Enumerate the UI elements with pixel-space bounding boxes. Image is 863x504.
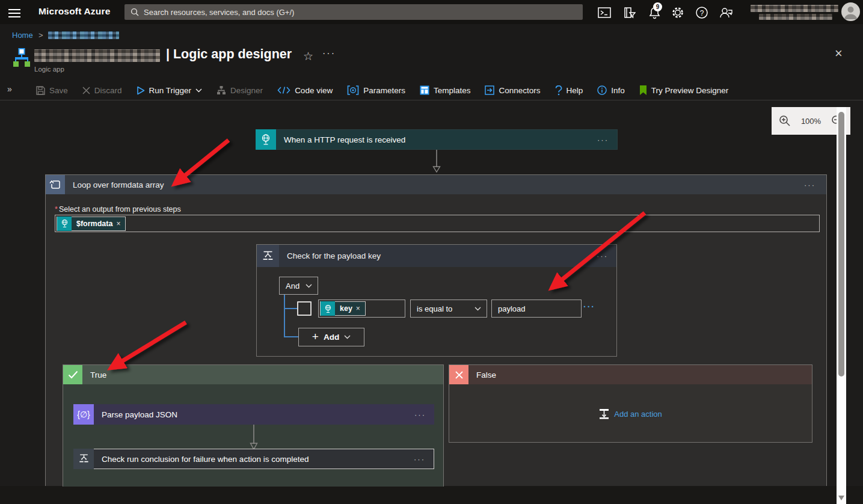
breadcrumb-home-link[interactable]: Home (12, 31, 33, 40)
condition-title: Check for the payload key (279, 251, 597, 260)
scrollbar-thumb[interactable] (838, 112, 844, 376)
preview-bookmark-icon (639, 85, 647, 95)
close-blade-icon[interactable]: × (835, 47, 843, 60)
vertical-scrollbar[interactable] (837, 107, 846, 504)
token-dismiss-icon[interactable]: × (356, 304, 365, 313)
help-button[interactable]: Help (548, 81, 591, 100)
connectors-icon (485, 85, 494, 95)
favorite-star-icon[interactable]: ☆ (303, 49, 313, 63)
condition-tree-line (284, 336, 298, 337)
foreach-menu-ellipsis[interactable]: ··· (804, 180, 826, 189)
token-http-icon (321, 301, 335, 316)
foreach-loop-icon (46, 175, 65, 194)
try-preview-designer-button[interactable]: Try Preview Designer (632, 81, 736, 100)
hamburger-menu-icon[interactable] (8, 7, 20, 17)
insert-action-icon (599, 408, 609, 419)
action-card-check-run-conclusion[interactable]: Check run conclusion for failure when ac… (73, 449, 434, 469)
question-mark-icon (555, 85, 562, 96)
page-title: | Logic app designer (166, 47, 292, 62)
condition-icon (257, 245, 279, 267)
foreach-header[interactable]: Loop over formdata array ··· (46, 175, 826, 194)
run-trigger-button[interactable]: Run Trigger (129, 81, 210, 100)
chevron-down-icon (474, 307, 481, 311)
condition-tree-line (284, 308, 297, 309)
http-request-icon (256, 129, 276, 150)
condition-menu-ellipsis[interactable]: ··· (597, 251, 616, 260)
condition-add-button[interactable]: + Add (298, 328, 364, 346)
code-view-button[interactable]: Code view (270, 81, 340, 100)
true-branch-header[interactable]: True (63, 365, 443, 384)
trigger-menu-ellipsis[interactable]: ··· (597, 135, 617, 144)
collapse-panel-chevrons[interactable]: » (7, 84, 12, 94)
cloud-shell-icon[interactable] (597, 5, 612, 20)
chevron-down-icon (306, 284, 312, 288)
foreach-title: Loop over formdata array (65, 180, 804, 189)
data-operations-icon: {∅} (73, 404, 94, 425)
check-run-menu-ellipsis[interactable]: ··· (414, 455, 434, 464)
condition-row-checkbox[interactable] (297, 301, 312, 316)
brand-title[interactable]: Microsoft Azure (38, 6, 111, 17)
true-branch-container: True {∅} Parse payload JSON ··· Check ru… (63, 364, 444, 487)
directory-filter-icon[interactable] (621, 5, 637, 20)
token-dismiss-icon[interactable]: × (116, 220, 125, 228)
condition-card: Check for the payload key ··· And key (256, 244, 617, 357)
save-icon (36, 86, 45, 95)
redacted-logic-app-name (34, 49, 160, 62)
scrollbar-down-arrow[interactable] (838, 496, 844, 500)
search-input[interactable] (144, 8, 577, 17)
discard-button[interactable]: Discard (75, 81, 129, 100)
notification-count-badge: 9 (653, 2, 662, 11)
templates-icon (420, 85, 429, 95)
account-avatar[interactable] (841, 2, 860, 21)
svg-text:?: ? (700, 9, 704, 17)
help-icon[interactable]: ? (694, 5, 710, 20)
breadcrumb-separator: > (38, 31, 43, 40)
page-more-menu[interactable]: ··· (322, 48, 336, 59)
add-an-action-link[interactable]: Add an action (449, 384, 812, 443)
action-card-parse-json[interactable]: {∅} Parse payload JSON ··· (73, 404, 434, 425)
info-button[interactable]: Info (590, 81, 632, 100)
false-branch-header[interactable]: False (449, 365, 812, 384)
token-http-icon (57, 217, 72, 231)
condition-icon (73, 449, 94, 469)
required-marker: * (55, 205, 58, 214)
redacted-account-directory (759, 14, 832, 20)
false-branch-label: False (468, 370, 496, 380)
condition-tree-line (284, 295, 285, 337)
canvas-bottom-edge (0, 486, 863, 504)
condition-operator-dropdown[interactable]: And (279, 277, 318, 295)
false-x-icon (449, 365, 468, 384)
connector-arrow-down (250, 425, 258, 450)
top-bar: Microsoft Azure 9 ? (0, 0, 863, 24)
condition-right-operand-field[interactable]: payload (491, 300, 582, 318)
condition-comparison-dropdown[interactable]: is equal to (410, 300, 487, 318)
feedback-icon[interactable] (718, 5, 734, 20)
global-search[interactable] (124, 4, 583, 20)
save-button[interactable]: Save (29, 81, 75, 100)
connector-arrow-down (432, 150, 441, 173)
parse-json-menu-ellipsis[interactable]: ··· (414, 410, 434, 419)
zoom-level-value: 100% (801, 117, 821, 126)
true-check-icon (63, 365, 82, 384)
logic-app-icon (12, 48, 31, 67)
chevron-down-icon (195, 88, 202, 93)
redacted-breadcrumb-item[interactable] (48, 31, 119, 39)
condition-row-ellipsis[interactable]: ··· (583, 302, 595, 312)
foreach-output-field[interactable]: $formdata × (55, 215, 820, 232)
key-token[interactable]: key × (320, 301, 366, 316)
condition-left-operand-field[interactable]: key × (318, 300, 405, 318)
connectors-button[interactable]: Connectors (478, 81, 547, 100)
templates-button[interactable]: Templates (413, 81, 478, 100)
parameters-icon (347, 85, 359, 95)
formdata-token[interactable]: $formdata × (57, 217, 126, 231)
search-icon (131, 8, 139, 16)
condition-header[interactable]: Check for the payload key ··· (257, 245, 616, 267)
true-branch-label: True (82, 370, 106, 380)
trigger-card-http-request[interactable]: When a HTTP request is received ··· (256, 129, 618, 150)
info-icon (597, 85, 607, 95)
designer-button[interactable]: Designer (209, 81, 270, 100)
parameters-button[interactable]: Parameters (340, 81, 413, 100)
settings-gear-icon[interactable] (670, 5, 686, 20)
designer-tree-icon (217, 85, 226, 95)
zoom-in-icon[interactable] (779, 115, 791, 127)
